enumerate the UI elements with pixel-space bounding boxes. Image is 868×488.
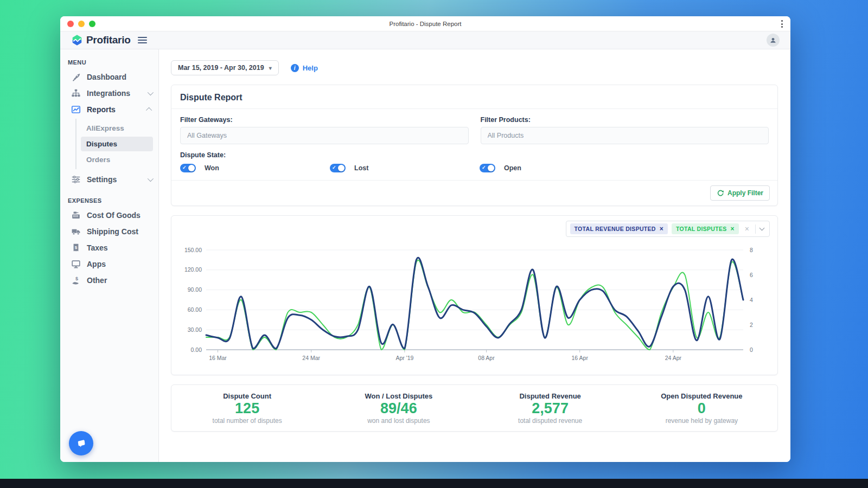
sidebar-item-label: Integrations (87, 89, 130, 98)
open-toggle[interactable]: ✓ (480, 164, 495, 172)
stat-value: 125 (171, 400, 323, 417)
page-title: Dispute Report (180, 93, 242, 102)
check-icon: ✓ (482, 165, 486, 170)
gateways-select[interactable] (180, 127, 469, 144)
truck-icon (71, 227, 81, 236)
svg-text:24 Mar: 24 Mar (302, 355, 320, 361)
apply-filter-button[interactable]: Apply Filter (710, 185, 770, 201)
help-label: Help (303, 64, 318, 72)
sidebar-item-settings[interactable]: Settings (60, 171, 158, 188)
filter-products-label: Filter Products: (481, 116, 769, 124)
chevron-down-icon (148, 89, 154, 95)
sidebar-item-label: Dashboard (87, 73, 126, 81)
stat-value: 89/46 (323, 400, 474, 417)
caret-down-icon: ▾ (269, 65, 272, 71)
apply-filter-label: Apply Filter (727, 189, 763, 197)
clear-all-icon[interactable]: × (743, 224, 751, 233)
won-toggle-label: Won (205, 164, 219, 172)
app-header: Profitario (60, 31, 790, 49)
window-title: Profitario - Dispute Report (390, 21, 462, 27)
brand-name: Profitario (86, 34, 130, 46)
chevron-down-icon[interactable] (760, 226, 765, 231)
svg-text:16 Apr: 16 Apr (572, 355, 589, 361)
sidebar-item-cost-of-goods[interactable]: Cost Of Goods (60, 207, 158, 223)
stat-subtitle: won and lost disputes (323, 417, 474, 425)
rocket-icon (71, 72, 81, 82)
chat-launcher[interactable] (69, 431, 93, 455)
user-avatar[interactable] (767, 34, 780, 47)
person-icon (769, 36, 777, 44)
sidebar-item-dashboard[interactable]: Dashboard (60, 69, 158, 85)
lost-toggle[interactable]: ✓ (330, 164, 346, 172)
chevron-up-icon (146, 107, 152, 113)
reports-subtree: AliExpress Disputes Orders (75, 119, 158, 169)
minimize-button[interactable] (78, 21, 85, 27)
brand[interactable]: Profitario (71, 34, 130, 46)
svg-text:2: 2 (750, 322, 753, 328)
select-divider (755, 224, 756, 234)
svg-text:60.00: 60.00 (188, 306, 202, 313)
date-range-picker[interactable]: Mar 15, 2019 - Apr 30, 2019 ▾ (171, 60, 279, 75)
dispute-state-label: Dispute State: (180, 151, 769, 159)
svg-text:08 Apr: 08 Apr (478, 355, 495, 361)
chart-card: TOTAL REVENUE DISPUTED × TOTAL DISPUTES … (171, 215, 778, 375)
zoom-button[interactable] (89, 21, 95, 27)
sidebar-item-orders[interactable]: Orders (81, 152, 153, 167)
svg-text:0: 0 (750, 346, 753, 353)
close-button[interactable] (67, 21, 74, 27)
sidebar-item-disputes[interactable]: Disputes (81, 137, 153, 151)
stat-title: Dispute Count (171, 392, 323, 400)
svg-text:90.00: 90.00 (188, 286, 202, 293)
products-select[interactable] (481, 127, 769, 144)
sidebar-item-shipping-cost[interactable]: Shipping Cost (60, 223, 158, 240)
stat-value: 2,577 (475, 400, 626, 417)
svg-text:120.00: 120.00 (184, 266, 202, 273)
stat-title: Open Disputed Revenue (626, 392, 777, 400)
window-controls (67, 21, 95, 27)
svg-text:24 Apr: 24 Apr (665, 355, 682, 361)
desktop-background: Profitario - Dispute Report Profitario (0, 0, 868, 488)
svg-text:$: $ (75, 245, 78, 250)
sidebar-item-aliexpress[interactable]: AliExpress (81, 121, 153, 136)
tag-label: TOTAL DISPUTES (676, 226, 726, 232)
sidebar-item-taxes[interactable]: $ Taxes (60, 240, 158, 256)
sidebar-item-reports[interactable]: Reports (60, 101, 158, 118)
tag-label: TOTAL REVENUE DISPUTED (575, 226, 656, 232)
help-link[interactable]: i Help (291, 64, 318, 72)
svg-text:8: 8 (750, 247, 753, 253)
won-toggle[interactable]: ✓ (180, 164, 196, 172)
tag-total-revenue-disputed: TOTAL REVENUE DISPUTED × (570, 223, 668, 234)
menu-section-label: MENU (60, 56, 158, 69)
stat-open-disputed-revenue: Open Disputed Revenue 0 revenue held by … (626, 392, 777, 425)
filter-gateways-label: Filter Gateways: (180, 116, 469, 124)
sliders-icon (71, 175, 81, 184)
svg-text:150.00: 150.00 (184, 247, 202, 253)
dispute-chart: 0.0030.0060.0090.00120.00150.000246816 M… (179, 240, 769, 370)
messenger-icon (75, 438, 87, 450)
stat-subtitle: revenue held by gateway (626, 417, 777, 425)
app-window: Profitario - Dispute Report Profitario (60, 16, 790, 462)
sidebar: MENU Dashboard (60, 49, 159, 462)
stat-subtitle: total disputed revenue (475, 417, 626, 425)
kebab-menu-icon[interactable] (781, 20, 783, 28)
remove-tag-icon[interactable]: × (660, 226, 663, 232)
monitor-icon (71, 259, 81, 269)
stat-title: Won / Lost Disputes (323, 392, 474, 400)
sidebar-item-label: Reports (87, 105, 116, 114)
sidebar-item-integrations[interactable]: Integrations (60, 85, 158, 101)
main-content: Mar 15, 2019 - Apr 30, 2019 ▾ i Help Dis… (159, 49, 790, 462)
toggle-lost-wrap: ✓ Lost (330, 164, 480, 172)
sidebar-item-other[interactable]: $ Other (60, 272, 158, 288)
svg-text:4: 4 (750, 297, 753, 303)
toggle-open-wrap: ✓ Open (480, 164, 629, 172)
svg-text:Apr '19: Apr '19 (395, 355, 413, 361)
sidebar-item-label: Cost Of Goods (87, 211, 141, 220)
chevron-down-icon (148, 176, 154, 182)
dispute-report-card: Dispute Report Filter Gateways: Filter P… (171, 85, 778, 206)
refresh-icon (717, 190, 724, 197)
remove-tag-icon[interactable]: × (731, 226, 735, 232)
stat-won-lost: Won / Lost Disputes 89/46 won and lost d… (323, 392, 474, 425)
sidebar-item-apps[interactable]: Apps (60, 256, 158, 272)
hamburger-menu-icon[interactable] (138, 37, 147, 43)
hand-dollar-icon: $ (71, 275, 81, 285)
